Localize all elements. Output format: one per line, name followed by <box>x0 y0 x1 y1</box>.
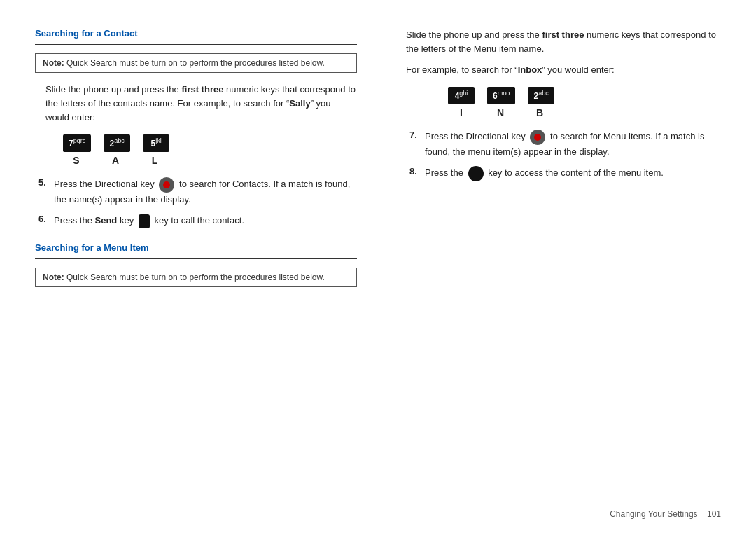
left-column: Searching for a Contact Note: Quick Sear… <box>35 28 378 512</box>
footer-page: 101 <box>707 509 721 519</box>
directional-key-up-icon <box>159 177 174 193</box>
note-label-1: Note: <box>43 58 64 68</box>
key-badge-7: 7pqrs <box>63 134 91 152</box>
example-word-1: Sally <box>289 98 310 109</box>
step-8-text: Press the key to access the content of t… <box>425 166 721 181</box>
note-label-2: Note: <box>43 272 64 282</box>
right-example-text: For example, to search for “Inbox” you w… <box>406 63 721 77</box>
key-badge-4: 4ghi <box>448 87 475 104</box>
note-text-2: Quick Search must be turn on to perform … <box>64 272 325 282</box>
step-5-text: Press the Directional key to search for … <box>54 177 357 207</box>
divider-1 <box>35 44 357 45</box>
step-7-text: Press the Directional key to search for … <box>425 130 721 159</box>
step-6-number: 6. <box>38 214 54 228</box>
key-block-s: 7pqrs <box>63 134 91 152</box>
letter-i: I <box>448 107 475 118</box>
step-8-number: 8. <box>410 166 425 181</box>
note-box-2: Note: Quick Search must be turn on to pe… <box>35 268 357 287</box>
right-intro-text: Slide the phone up and press the <box>406 29 542 40</box>
step-6-text: Press the Send key key to call the conta… <box>54 214 357 228</box>
key-badge-5: 5jkl <box>143 134 169 152</box>
right-example-rest: ” you would enter: <box>542 64 614 75</box>
letter-s: S <box>63 155 90 166</box>
note-box-1: Note: Quick Search must be turn on to pe… <box>35 53 357 73</box>
key-row-sal: 7pqrs 2abc 5jkl <box>35 134 357 152</box>
key-badge-6: 6mno <box>487 87 515 104</box>
note-text-1: Quick Search must be turn on to perform … <box>64 58 325 68</box>
directional-key-down-icon <box>530 130 545 145</box>
key-block-l: 5jkl <box>143 134 169 152</box>
right-example-word: Inbox <box>518 64 542 75</box>
send-key-icon <box>139 214 150 228</box>
footer: Changing Your Settings 101 <box>610 509 721 519</box>
step-7-number: 7. <box>410 130 425 159</box>
step6-end: key to call the contact. <box>152 215 244 226</box>
key-block-i: 4ghi <box>448 87 475 104</box>
letters-row-inb: I N B <box>406 107 721 118</box>
divider-2 <box>35 258 357 259</box>
step8-pre: Press the <box>425 168 466 179</box>
step5-pre: Press the Directional key <box>54 179 157 190</box>
center-key-icon <box>468 166 484 181</box>
step6-post: key <box>117 215 136 226</box>
page: Searching for a Contact Note: Quick Sear… <box>0 0 756 540</box>
step6-pre: Press the <box>54 215 95 226</box>
intro-text-1: Slide the phone up and press the <box>46 84 181 95</box>
right-intro-paragraph: Slide the phone up and press the first t… <box>406 28 721 56</box>
right-intro-bold: first three <box>542 29 584 40</box>
step8-post: key to access the content of the menu it… <box>486 168 664 179</box>
heading-searching-contact: Searching for a Contact <box>35 28 357 39</box>
letter-b: B <box>526 107 553 118</box>
right-example-pre: For example, to search for “ <box>406 64 518 75</box>
step-5-number: 5. <box>38 177 54 207</box>
step-5: 5. Press the Directional key to search f… <box>35 177 357 207</box>
step6-bold: Send <box>95 215 118 226</box>
right-column: Slide the phone up and press the first t… <box>378 28 721 512</box>
letter-l: L <box>141 155 168 166</box>
heading-searching-menu: Searching for a Menu Item <box>35 242 357 253</box>
key-badge-2: 2abc <box>104 134 130 152</box>
step-8: 8. Press the key to access the content o… <box>406 166 721 181</box>
key-block-a: 2abc <box>104 134 130 152</box>
letter-n: N <box>487 107 514 118</box>
step7-pre: Press the Directional key <box>425 132 528 142</box>
key-block-n: 6mno <box>487 87 515 104</box>
key-block-b: 2abc <box>528 87 554 104</box>
intro-bold-1: first three <box>181 84 223 95</box>
letters-row-sal: S A L <box>35 155 357 166</box>
step-7: 7. Press the Directional key to search f… <box>406 130 721 159</box>
key-badge-2b: 2abc <box>528 87 554 104</box>
letter-a: A <box>102 155 129 166</box>
footer-text: Changing Your Settings <box>610 509 697 519</box>
step-6: 6. Press the Send key key to call the co… <box>35 214 357 228</box>
intro-paragraph: Slide the phone up and press the first t… <box>35 83 357 125</box>
key-row-inb: 4ghi 6mno 2abc <box>448 87 721 104</box>
